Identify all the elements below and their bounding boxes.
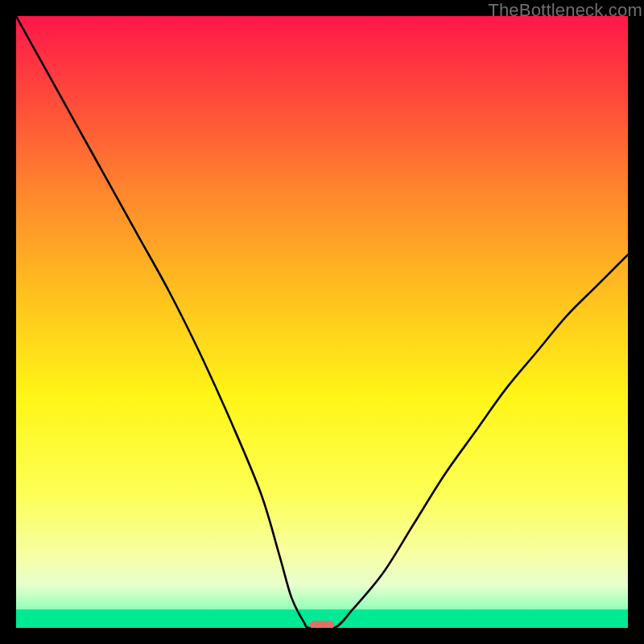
bottleneck-curve	[16, 16, 628, 628]
chart-stage: TheBottleneck.com	[0, 0, 644, 644]
optimal-marker	[310, 621, 334, 629]
plot-area	[16, 16, 628, 628]
watermark-text: TheBottleneck.com	[488, 0, 642, 21]
